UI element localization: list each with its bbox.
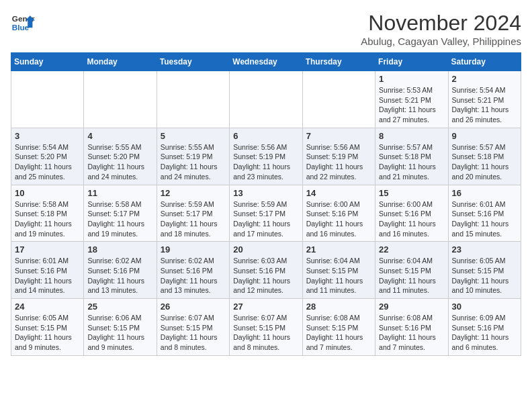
day-info: Sunrise: 5:54 AMSunset: 5:21 PMDaylight:… bbox=[452, 85, 517, 125]
day-number: 16 bbox=[452, 188, 517, 198]
calendar-cell: 26Sunrise: 6:07 AMSunset: 5:15 PMDayligh… bbox=[157, 299, 229, 356]
calendar-week-2: 3Sunrise: 5:54 AMSunset: 5:20 PMDaylight… bbox=[11, 128, 521, 185]
calendar-cell: 24Sunrise: 6:05 AMSunset: 5:15 PMDayligh… bbox=[11, 299, 84, 356]
day-info: Sunrise: 6:04 AMSunset: 5:15 PMDaylight:… bbox=[379, 256, 444, 295]
day-info: Sunrise: 6:00 AMSunset: 5:16 PMDaylight:… bbox=[306, 199, 371, 239]
day-number: 24 bbox=[15, 302, 80, 312]
day-number: 4 bbox=[87, 131, 152, 141]
calendar-table: SundayMondayTuesdayWednesdayThursdayFrid… bbox=[11, 52, 521, 356]
calendar-cell: 2Sunrise: 5:54 AMSunset: 5:21 PMDaylight… bbox=[448, 71, 521, 128]
day-info: Sunrise: 6:01 AMSunset: 5:16 PMDaylight:… bbox=[452, 199, 517, 239]
day-info: Sunrise: 5:57 AMSunset: 5:18 PMDaylight:… bbox=[379, 142, 444, 182]
calendar-cell: 14Sunrise: 6:00 AMSunset: 5:16 PMDayligh… bbox=[302, 185, 375, 242]
day-info: Sunrise: 6:05 AMSunset: 5:15 PMDaylight:… bbox=[15, 313, 80, 353]
day-info: Sunrise: 5:57 AMSunset: 5:18 PMDaylight:… bbox=[452, 142, 517, 182]
calendar-cell bbox=[157, 71, 229, 128]
calendar-cell bbox=[230, 71, 302, 128]
svg-text:Blue: Blue bbox=[12, 23, 30, 32]
day-info: Sunrise: 6:05 AMSunset: 5:15 PMDaylight:… bbox=[452, 256, 517, 295]
day-number: 8 bbox=[379, 131, 444, 141]
day-info: Sunrise: 5:54 AMSunset: 5:20 PMDaylight:… bbox=[15, 142, 80, 182]
day-info: Sunrise: 5:53 AMSunset: 5:21 PMDaylight:… bbox=[379, 85, 444, 125]
page-header: General Blue November 2024 Abulug, Cagay… bbox=[11, 11, 521, 47]
calendar-cell: 16Sunrise: 6:01 AMSunset: 5:16 PMDayligh… bbox=[448, 185, 521, 242]
day-number: 20 bbox=[233, 244, 298, 255]
calendar-cell: 19Sunrise: 6:02 AMSunset: 5:16 PMDayligh… bbox=[157, 242, 229, 299]
page-subtitle: Abulug, Cagayan Valley, Philippines bbox=[361, 36, 521, 47]
calendar-cell: 1Sunrise: 5:53 AMSunset: 5:21 PMDaylight… bbox=[375, 71, 448, 128]
calendar-cell: 11Sunrise: 5:58 AMSunset: 5:17 PMDayligh… bbox=[84, 185, 157, 242]
calendar-cell: 3Sunrise: 5:54 AMSunset: 5:20 PMDaylight… bbox=[11, 128, 84, 185]
calendar-cell: 6Sunrise: 5:56 AMSunset: 5:19 PMDaylight… bbox=[230, 128, 302, 185]
day-number: 10 bbox=[15, 188, 80, 198]
calendar-cell: 20Sunrise: 6:03 AMSunset: 5:16 PMDayligh… bbox=[230, 242, 302, 299]
day-number: 5 bbox=[161, 131, 226, 141]
day-number: 29 bbox=[379, 302, 444, 312]
day-info: Sunrise: 6:01 AMSunset: 5:16 PMDaylight:… bbox=[15, 256, 80, 295]
calendar-cell: 18Sunrise: 6:02 AMSunset: 5:16 PMDayligh… bbox=[84, 242, 157, 299]
calendar-cell: 12Sunrise: 5:59 AMSunset: 5:17 PMDayligh… bbox=[157, 185, 229, 242]
day-info: Sunrise: 5:59 AMSunset: 5:17 PMDaylight:… bbox=[161, 199, 226, 239]
day-info: Sunrise: 6:09 AMSunset: 5:16 PMDaylight:… bbox=[452, 313, 517, 353]
calendar-cell bbox=[11, 71, 84, 128]
calendar-cell: 27Sunrise: 6:07 AMSunset: 5:15 PMDayligh… bbox=[230, 299, 302, 356]
day-number: 26 bbox=[161, 302, 226, 312]
calendar-cell: 7Sunrise: 5:56 AMSunset: 5:19 PMDaylight… bbox=[302, 128, 375, 185]
column-header-wednesday: Wednesday bbox=[230, 53, 302, 71]
day-number: 21 bbox=[306, 244, 371, 255]
day-info: Sunrise: 6:06 AMSunset: 5:15 PMDaylight:… bbox=[87, 313, 152, 353]
day-number: 2 bbox=[452, 74, 517, 84]
calendar-cell bbox=[302, 71, 375, 128]
calendar-cell: 30Sunrise: 6:09 AMSunset: 5:16 PMDayligh… bbox=[448, 299, 521, 356]
day-number: 25 bbox=[87, 302, 152, 312]
column-header-sunday: Sunday bbox=[11, 53, 84, 71]
column-header-tuesday: Tuesday bbox=[157, 53, 229, 71]
day-number: 11 bbox=[87, 188, 152, 198]
calendar-week-1: 1Sunrise: 5:53 AMSunset: 5:21 PMDaylight… bbox=[11, 71, 521, 128]
day-info: Sunrise: 6:02 AMSunset: 5:16 PMDaylight:… bbox=[161, 256, 226, 295]
column-header-friday: Friday bbox=[375, 53, 448, 71]
calendar-header: SundayMondayTuesdayWednesdayThursdayFrid… bbox=[11, 53, 521, 71]
day-number: 17 bbox=[15, 244, 80, 255]
day-number: 19 bbox=[161, 244, 226, 255]
calendar-cell bbox=[84, 71, 157, 128]
day-info: Sunrise: 5:56 AMSunset: 5:19 PMDaylight:… bbox=[306, 142, 371, 182]
calendar-cell: 13Sunrise: 5:59 AMSunset: 5:17 PMDayligh… bbox=[230, 185, 302, 242]
logo: General Blue bbox=[11, 11, 35, 35]
column-header-saturday: Saturday bbox=[448, 53, 521, 71]
day-number: 28 bbox=[306, 302, 371, 312]
day-info: Sunrise: 6:00 AMSunset: 5:16 PMDaylight:… bbox=[379, 199, 444, 239]
day-number: 7 bbox=[306, 131, 371, 141]
day-info: Sunrise: 6:04 AMSunset: 5:15 PMDaylight:… bbox=[306, 256, 371, 295]
day-info: Sunrise: 5:55 AMSunset: 5:19 PMDaylight:… bbox=[161, 142, 226, 182]
day-number: 3 bbox=[15, 131, 80, 141]
day-info: Sunrise: 6:07 AMSunset: 5:15 PMDaylight:… bbox=[161, 313, 226, 353]
day-number: 27 bbox=[233, 302, 298, 312]
calendar-cell: 10Sunrise: 5:58 AMSunset: 5:18 PMDayligh… bbox=[11, 185, 84, 242]
day-number: 30 bbox=[452, 302, 517, 312]
calendar-body: 1Sunrise: 5:53 AMSunset: 5:21 PMDaylight… bbox=[11, 71, 521, 356]
day-info: Sunrise: 5:56 AMSunset: 5:19 PMDaylight:… bbox=[233, 142, 298, 182]
day-number: 14 bbox=[306, 188, 371, 198]
column-header-monday: Monday bbox=[84, 53, 157, 71]
page-title: November 2024 bbox=[361, 11, 521, 36]
day-info: Sunrise: 5:58 AMSunset: 5:18 PMDaylight:… bbox=[15, 199, 80, 239]
day-info: Sunrise: 5:59 AMSunset: 5:17 PMDaylight:… bbox=[233, 199, 298, 239]
day-number: 18 bbox=[87, 244, 152, 255]
calendar-cell: 25Sunrise: 6:06 AMSunset: 5:15 PMDayligh… bbox=[84, 299, 157, 356]
day-number: 12 bbox=[161, 188, 226, 198]
day-number: 13 bbox=[233, 188, 298, 198]
calendar-week-4: 17Sunrise: 6:01 AMSunset: 5:16 PMDayligh… bbox=[11, 242, 521, 299]
day-number: 1 bbox=[379, 74, 444, 84]
calendar-week-5: 24Sunrise: 6:05 AMSunset: 5:15 PMDayligh… bbox=[11, 299, 521, 356]
day-number: 23 bbox=[452, 244, 517, 255]
calendar-cell: 21Sunrise: 6:04 AMSunset: 5:15 PMDayligh… bbox=[302, 242, 375, 299]
day-info: Sunrise: 6:02 AMSunset: 5:16 PMDaylight:… bbox=[87, 256, 152, 295]
calendar-cell: 28Sunrise: 6:08 AMSunset: 5:15 PMDayligh… bbox=[302, 299, 375, 356]
day-info: Sunrise: 5:58 AMSunset: 5:17 PMDaylight:… bbox=[87, 199, 152, 239]
calendar-cell: 29Sunrise: 6:08 AMSunset: 5:16 PMDayligh… bbox=[375, 299, 448, 356]
day-info: Sunrise: 6:08 AMSunset: 5:16 PMDaylight:… bbox=[379, 313, 444, 353]
column-header-thursday: Thursday bbox=[302, 53, 375, 71]
day-info: Sunrise: 5:55 AMSunset: 5:20 PMDaylight:… bbox=[87, 142, 152, 182]
title-block: November 2024 Abulug, Cagayan Valley, Ph… bbox=[361, 11, 521, 47]
